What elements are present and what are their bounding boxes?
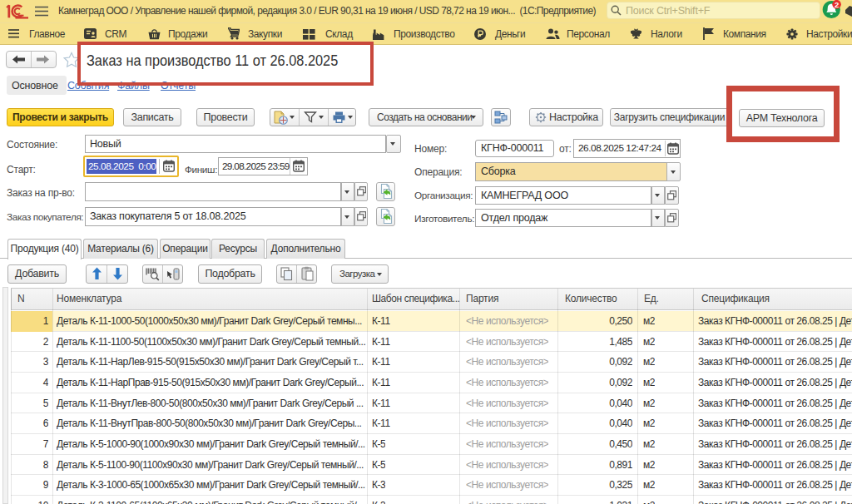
svg-text:2: 2 bbox=[835, 0, 839, 9]
